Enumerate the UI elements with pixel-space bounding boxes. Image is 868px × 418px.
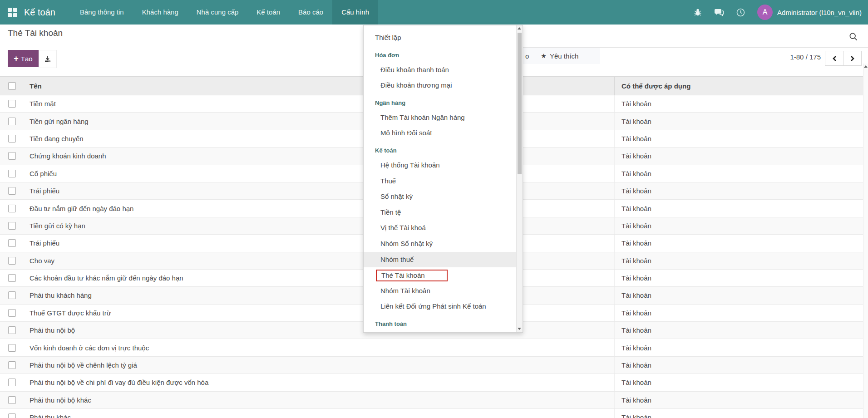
cell-applicable: Tài khoản: [614, 409, 863, 418]
row-checkbox[interactable]: [8, 152, 16, 160]
row-checkbox[interactable]: [8, 118, 16, 125]
pager-range: 1-80 / 175: [790, 53, 821, 61]
dropdown-item[interactable]: Mô hình Đối soát: [364, 125, 517, 141]
dropdown-item[interactable]: Tiền tệ: [364, 205, 517, 221]
row-checkbox[interactable]: [8, 239, 16, 247]
row-checkbox[interactable]: [8, 379, 16, 386]
export-button[interactable]: [39, 50, 57, 68]
search-facet-bar: o ★ Yêu thích: [522, 48, 600, 64]
dropdown-item[interactable]: Hệ thống Tài khoản: [364, 157, 517, 173]
row-checkbox[interactable]: [8, 257, 16, 265]
nav-item-5[interactable]: Cấu hình: [332, 0, 378, 25]
dropdown-item[interactable]: Sổ nhật ký: [364, 189, 517, 205]
cell-name: Tiền gửi ngân hàng: [25, 118, 614, 125]
dropdown-item[interactable]: Nhóm Sổ nhật ký: [364, 236, 517, 252]
favorites-toggle[interactable]: ★ Yêu thích: [541, 52, 578, 60]
table-row[interactable]: Phải thu nội bộ về chi phí đi vay đủ điề…: [0, 374, 863, 391]
cell-applicable: Tài khoản: [614, 374, 863, 391]
cell-name: Phải thu nội bộ về chênh lệch tỷ giá: [25, 361, 614, 369]
nav-item-2[interactable]: Nhà cung cấp: [187, 0, 248, 25]
dropdown-section-header: Thanh toán: [364, 317, 517, 331]
row-checkbox[interactable]: [8, 222, 16, 230]
dropdown-item[interactable]: Thiết lập: [364, 30, 517, 46]
cell-applicable: Tài khoản: [614, 165, 863, 182]
cell-name: Thuế GTGT được khấu trừ: [25, 309, 614, 317]
row-checkbox[interactable]: [8, 413, 16, 418]
messages-icon[interactable]: [715, 8, 724, 17]
nav-item-4[interactable]: Báo cáo: [289, 0, 332, 25]
cell-name: Trái phiếu: [25, 187, 614, 195]
pager-next-button[interactable]: [843, 51, 862, 66]
search-icon[interactable]: [849, 32, 858, 43]
dropdown-item[interactable]: Điều khoản thanh toán: [364, 62, 517, 78]
cell-name: Chứng khoán kinh doanh: [25, 152, 614, 160]
column-header-name[interactable]: Tên: [25, 82, 614, 90]
row-checkbox[interactable]: [8, 344, 16, 352]
create-button[interactable]: + Tạo: [8, 50, 39, 67]
row-checkbox[interactable]: [8, 274, 16, 282]
cell-applicable: Tài khoản: [614, 322, 863, 339]
dropdown-scroll-thumb[interactable]: [518, 33, 522, 174]
select-all-checkbox[interactable]: [8, 82, 16, 90]
table-row[interactable]: Vốn kinh doanh ở các đơn vị trực thuộcTà…: [0, 339, 863, 356]
row-checkbox[interactable]: [8, 396, 16, 404]
dropdown-item[interactable]: Nhóm Tài khoản: [364, 283, 517, 299]
row-checkbox[interactable]: [8, 361, 16, 369]
cell-name: Cho vay: [25, 257, 614, 265]
chevron-left-icon: [832, 55, 837, 62]
debug-bug-icon[interactable]: [693, 8, 702, 17]
activities-clock-icon[interactable]: [736, 8, 745, 17]
dropdown-item[interactable]: Liên kết Đối ứng Phát sinh Kế toán: [364, 299, 517, 315]
app-brand-title[interactable]: Kế toán: [24, 7, 55, 18]
scroll-up-arrow-icon[interactable]: [864, 65, 868, 68]
dropdown-scroll-down-icon[interactable]: [518, 328, 521, 330]
navbar: Kế toán Bảng thông tinKhách hàngNhà cung…: [0, 0, 868, 25]
row-checkbox[interactable]: [8, 309, 16, 317]
cell-name: Vốn kinh doanh ở các đơn vị trực thuộc: [25, 344, 614, 352]
row-checkbox[interactable]: [8, 135, 16, 143]
cell-applicable: Tài khoản: [614, 148, 863, 164]
cell-name: Tiền gửi có kỳ hạn: [25, 222, 614, 230]
favorite-star-icon: ★: [541, 52, 547, 59]
dropdown-item[interactable]: Thuế: [364, 173, 517, 189]
row-checkbox[interactable]: [8, 326, 16, 334]
table-row[interactable]: Phải thu nội bộ khácTài khoản: [0, 392, 863, 409]
row-checkbox[interactable]: [8, 100, 16, 108]
dropdown-item[interactable]: Nhóm thuế: [364, 252, 517, 268]
cell-name: Cổ phiếu: [25, 170, 614, 177]
cell-applicable: Tài khoản: [614, 305, 863, 321]
page-scrollbar[interactable]: [863, 64, 868, 418]
row-checkbox[interactable]: [8, 170, 16, 177]
cell-name: Các khoản đầu tư khác nắm giữ đến ngày đ…: [25, 274, 614, 282]
row-checkbox[interactable]: [8, 205, 16, 212]
nav-item-1[interactable]: Khách hàng: [133, 0, 187, 25]
dropdown-scroll-up-icon[interactable]: [518, 27, 521, 30]
dropdown-item[interactable]: Vị thế Tài khoá: [364, 220, 517, 236]
dropdown-scrollbar[interactable]: [516, 25, 523, 332]
dropdown-item[interactable]: Điều khoản thương mại: [364, 78, 517, 93]
cell-applicable: Tài khoản: [614, 95, 863, 112]
cell-applicable: Tài khoản: [614, 235, 863, 251]
row-checkbox[interactable]: [8, 291, 16, 299]
cell-name: Tiền mặt: [25, 100, 614, 108]
groupby-button-partial[interactable]: o: [525, 52, 529, 60]
nav-item-3[interactable]: Kế toán: [247, 0, 289, 25]
pager-previous-button[interactable]: [825, 51, 843, 66]
config-dropdown-content: Thiết lậpHóa đơnĐiều khoản thanh toánĐiề…: [364, 25, 517, 331]
favorites-label: Yêu thích: [550, 52, 578, 60]
dropdown-item[interactable]: Thêm Tài khoản Ngân hàng: [364, 110, 517, 126]
dropdown-item[interactable]: Thẻ Tài khoản: [364, 267, 517, 283]
column-header-applicable[interactable]: Có thể được áp dụng: [614, 77, 863, 95]
user-menu[interactable]: A Administrator (l10n_vn_viin): [757, 5, 862, 20]
dropdown-section-header: Kế toán: [364, 144, 517, 157]
avatar: A: [757, 5, 773, 20]
table-row[interactable]: Phải thu khácTài khoản: [0, 409, 863, 418]
row-checkbox[interactable]: [8, 187, 16, 195]
navbar-systray: A Administrator (l10n_vn_viin): [693, 5, 868, 20]
table-row[interactable]: Phải thu nội bộ về chênh lệch tỷ giáTài …: [0, 357, 863, 374]
cell-applicable: Tài khoản: [614, 270, 863, 286]
cell-applicable: Tài khoản: [614, 357, 863, 374]
cell-name: Đầu tư nắm giữ đến ngày đáo hạn: [25, 205, 614, 212]
apps-grid-icon[interactable]: [8, 8, 17, 17]
nav-item-0[interactable]: Bảng thông tin: [71, 0, 133, 25]
